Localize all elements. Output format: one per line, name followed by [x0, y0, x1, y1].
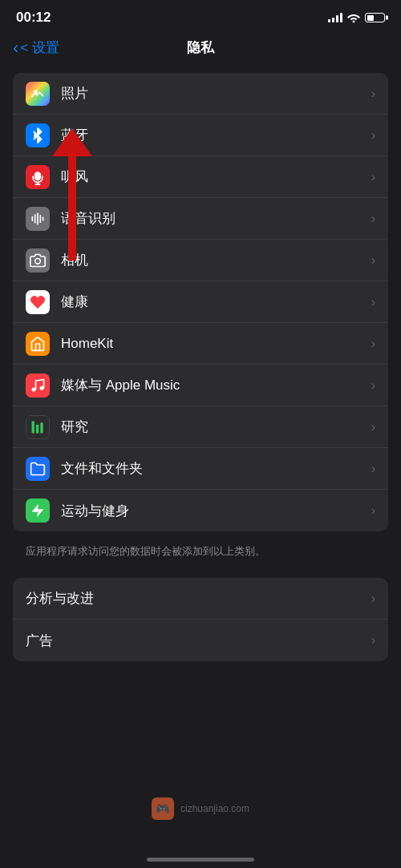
fitness-icon	[26, 499, 50, 523]
analytics-label: 分析与改进	[26, 589, 371, 608]
bluetooth-chevron: ›	[371, 128, 375, 143]
settings-item-siri[interactable]: 听风 ›	[13, 156, 388, 198]
nav-bar: ‹ < 设置 隐私	[0, 32, 401, 67]
page-title: 隐私	[187, 38, 214, 57]
svg-rect-8	[34, 214, 36, 224]
siri-label: 听风	[61, 168, 371, 186]
settings-item-bluetooth[interactable]: 蓝牙 ›	[13, 115, 388, 156]
settings-item-research[interactable]: 研究 ›	[13, 406, 388, 448]
settings-item-files[interactable]: 文件和文件夹 ›	[13, 448, 388, 490]
privacy-section-2: 分析与改进 › 广告 ›	[13, 578, 388, 661]
back-chevron: ‹	[13, 38, 18, 59]
photos-icon	[26, 82, 50, 106]
homekit-chevron: ›	[371, 337, 375, 351]
watermark-text: cizhuanjiao.com	[180, 803, 249, 814]
watermark-icon: 🎮	[152, 797, 174, 820]
svg-rect-16	[36, 424, 38, 433]
svg-point-12	[35, 258, 41, 264]
camera-icon	[26, 248, 50, 273]
files-chevron: ›	[371, 462, 375, 476]
music-label: 媒体与 Apple Music	[61, 376, 371, 394]
settings-item-health[interactable]: 健康 ›	[13, 281, 388, 323]
settings-item-photos[interactable]: 照片 ›	[13, 73, 388, 115]
svg-rect-10	[40, 215, 42, 223]
camera-label: 相机	[61, 251, 371, 269]
watermark: 🎮 cizhuanjiao.com	[152, 797, 249, 820]
health-chevron: ›	[371, 295, 375, 309]
settings-item-analytics[interactable]: 分析与改进 ›	[13, 578, 388, 620]
signal-icon	[328, 13, 342, 22]
homekit-icon	[26, 332, 50, 356]
fitness-chevron: ›	[371, 503, 375, 518]
svg-rect-17	[40, 422, 43, 433]
research-chevron: ›	[371, 420, 375, 434]
status-bar: 00:12	[0, 0, 401, 32]
battery-icon	[365, 13, 385, 22]
sound-label: 语音识别	[61, 209, 371, 228]
svg-rect-4	[34, 172, 41, 180]
svg-rect-7	[32, 216, 34, 221]
health-icon	[26, 290, 50, 314]
settings-item-music[interactable]: 媒体与 Apple Music ›	[13, 365, 388, 406]
ads-chevron: ›	[371, 633, 375, 648]
bluetooth-label: 蓝牙	[61, 126, 371, 144]
settings-item-ads[interactable]: 广告 ›	[13, 620, 388, 661]
music-chevron: ›	[371, 378, 375, 393]
back-label: < 设置	[20, 38, 59, 57]
footer-note: 应用程序请求访问您的数据时会被添加到以上类别。	[0, 538, 401, 571]
settings-item-homekit[interactable]: HomeKit ›	[13, 323, 388, 365]
svg-rect-11	[43, 216, 44, 220]
analytics-chevron: ›	[371, 591, 375, 606]
svg-rect-9	[37, 212, 38, 224]
svg-point-14	[40, 386, 44, 390]
wifi-icon	[347, 13, 360, 22]
home-indicator	[147, 858, 254, 862]
siri-chevron: ›	[371, 170, 375, 184]
svg-rect-15	[32, 421, 34, 433]
music-icon	[26, 373, 50, 398]
back-button[interactable]: ‹ < 设置	[13, 38, 59, 59]
svg-point-13	[32, 387, 36, 391]
settings-item-fitness[interactable]: 运动与健身 ›	[13, 490, 388, 531]
files-icon	[26, 457, 50, 481]
settings-item-camera[interactable]: 相机 ›	[13, 240, 388, 281]
files-label: 文件和文件夹	[61, 459, 371, 478]
photos-chevron: ›	[371, 87, 375, 101]
sound-icon	[26, 207, 50, 231]
sound-chevron: ›	[371, 212, 375, 226]
research-label: 研究	[61, 418, 371, 436]
homekit-label: HomeKit	[61, 336, 371, 352]
status-icons	[328, 13, 385, 22]
bluetooth-icon	[26, 123, 50, 147]
siri-icon	[26, 165, 50, 189]
settings-item-sound[interactable]: 语音识别 ›	[13, 198, 388, 240]
research-icon	[26, 415, 50, 439]
ads-label: 广告	[26, 632, 371, 650]
privacy-section-1: 照片 › 蓝牙 › 听风 ›	[13, 73, 388, 531]
photos-label: 照片	[61, 84, 371, 103]
camera-chevron: ›	[371, 253, 375, 268]
fitness-label: 运动与健身	[61, 502, 371, 520]
health-label: 健康	[61, 293, 371, 311]
status-time: 00:12	[16, 10, 51, 26]
